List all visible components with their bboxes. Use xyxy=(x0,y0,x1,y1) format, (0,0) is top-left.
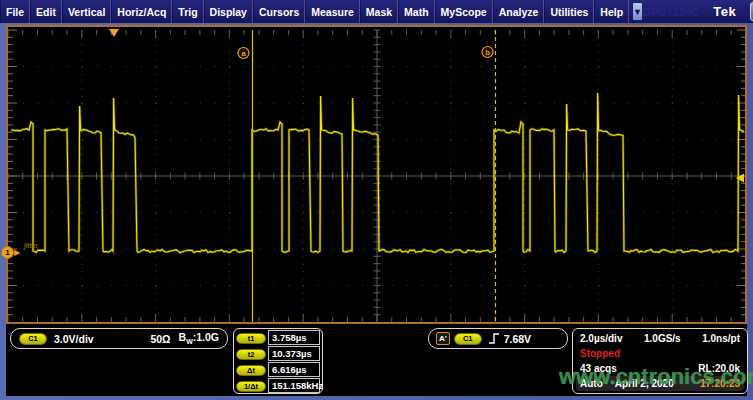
trigger-source-badge[interactable]: C1 xyxy=(454,333,482,345)
horizontal-row-1: 2.0µs/div 1.0GS/s 1.0ns/pt xyxy=(580,331,740,346)
menu-item-file[interactable]: File xyxy=(0,0,30,23)
delta-t-value: 6.616µs xyxy=(268,362,320,377)
cursor-row-t2: t2 10.373µs xyxy=(236,346,320,362)
readout-strip: C1 3.0V/div 50Ω BW:1.0G t1 3.758µs t2 10… xyxy=(6,324,747,396)
bandwidth-readout: BW:1.0G xyxy=(179,331,219,345)
trigger-position-marker[interactable] xyxy=(109,29,119,37)
rising-edge-icon xyxy=(488,332,500,345)
t1-value: 3.758µs xyxy=(268,330,320,345)
watermark: www.cntronics.com xyxy=(559,364,753,390)
menu-item-utilities[interactable]: Utilities xyxy=(544,0,594,23)
resolution: 1.0ns/pt xyxy=(702,333,740,344)
titlebar-right: DPO7104C Tek — ✕ xyxy=(643,0,753,23)
channel-1-marker[interactable]: 1 xyxy=(1,246,14,259)
trigger-level: 7.68V xyxy=(504,333,531,345)
menu-item-myscope[interactable]: MyScope xyxy=(435,0,493,23)
menu-items: FileEditVerticalHoriz/AcqTrigDisplayCurs… xyxy=(0,0,629,23)
trigger-a-badge[interactable]: A' xyxy=(436,332,450,345)
channel-1-badge[interactable]: C1 xyxy=(19,333,47,345)
trigger-source-label: C1 xyxy=(463,334,473,343)
t2-badge[interactable]: t2 xyxy=(236,349,266,360)
menu-item-horiz-acq[interactable]: Horiz/Acq xyxy=(111,0,172,23)
cursor-row-inverse-delta-t: 1/Δt 151.158kHz xyxy=(236,378,320,394)
model-label: DPO7104C xyxy=(643,6,699,18)
inverse-delta-t-value: 151.158kHz xyxy=(268,378,320,393)
menu-item-mask[interactable]: Mask xyxy=(360,0,398,23)
t2-value: 10.373µs xyxy=(268,346,320,361)
cursor-readout: t1 3.758µs t2 10.373µs Δt 6.616µs 1/Δt 1… xyxy=(233,328,323,394)
menu-item-analyze[interactable]: Analyze xyxy=(493,0,545,23)
vertical-readout: C1 3.0V/div 50Ω BW:1.0G xyxy=(10,328,228,349)
acquisition-status: Stopped xyxy=(580,348,620,359)
waveform-display[interactable]: abjitter xyxy=(6,25,747,324)
tek-logo: Tek xyxy=(713,4,736,19)
acquisition-status-row: Stopped xyxy=(580,346,740,361)
sample-rate: 1.0GS/s xyxy=(644,333,681,344)
cursor-row-t1: t1 3.758µs xyxy=(236,330,320,346)
trigger-readout: A' C1 7.68V xyxy=(428,328,568,349)
oscilloscope-window: FileEditVerticalHoriz/AcqTrigDisplayCurs… xyxy=(0,0,753,400)
input-impedance: 50Ω xyxy=(150,333,170,345)
channel-1-badge-label: C1 xyxy=(28,334,38,343)
menu-item-measure[interactable]: Measure xyxy=(305,0,360,23)
menu-item-edit[interactable]: Edit xyxy=(30,0,62,23)
jitter-label: jitter xyxy=(23,241,39,250)
t1-badge[interactable]: t1 xyxy=(236,333,266,344)
trigger-a-badge-label: A' xyxy=(439,334,447,343)
menu-item-cursors[interactable]: Cursors xyxy=(253,0,305,23)
vertical-scale: 3.0V/div xyxy=(54,333,94,345)
chevron-down-icon: ▼ xyxy=(633,7,642,17)
menu-item-display[interactable]: Display xyxy=(204,0,253,23)
scope-graticule: abjitter xyxy=(8,27,745,322)
menu-item-vertical[interactable]: Vertical xyxy=(62,0,111,23)
channel-1-arrow-icon: ▶ xyxy=(14,248,20,257)
menu-item-trig[interactable]: Trig xyxy=(172,0,203,23)
menu-overflow-dropdown[interactable]: ▼ xyxy=(632,2,643,21)
cursor-b-label: b xyxy=(485,48,490,57)
menu-bar: FileEditVerticalHoriz/AcqTrigDisplayCurs… xyxy=(0,0,753,23)
menu-item-math[interactable]: Math xyxy=(398,0,435,23)
inverse-delta-t-badge[interactable]: 1/Δt xyxy=(236,381,266,392)
channel-1-marker-label: 1 xyxy=(5,248,9,257)
menu-item-help[interactable]: Help xyxy=(594,0,629,23)
delta-t-badge[interactable]: Δt xyxy=(236,365,266,376)
cursor-row-delta-t: Δt 6.616µs xyxy=(236,362,320,378)
timebase: 2.0µs/div xyxy=(580,333,622,344)
